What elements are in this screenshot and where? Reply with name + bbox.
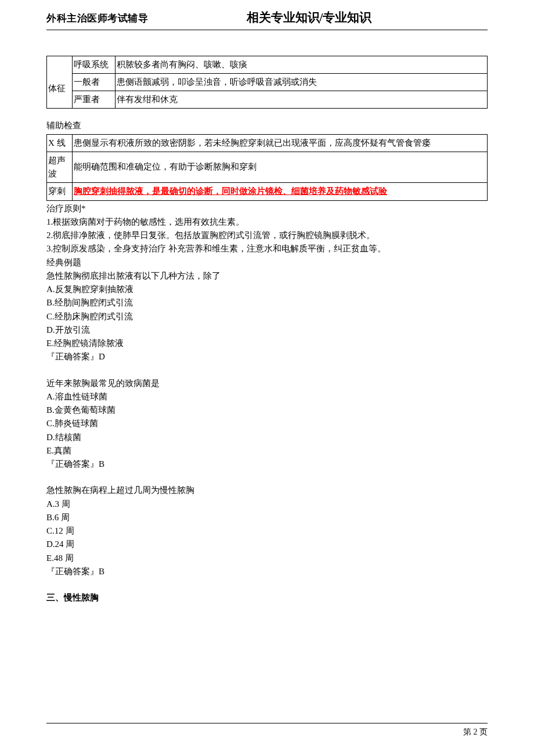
- question-option: E.真菌: [46, 444, 488, 458]
- question-answer: 『正确答案』B: [46, 565, 488, 578]
- table-row: 严重者 伴有发绀和休克: [47, 91, 488, 109]
- question-option: D.开放引流: [46, 323, 488, 337]
- page-header: 外科主治医师考试辅导 相关专业知识/专业知识: [46, 8, 488, 30]
- cell: 呼吸系统: [73, 56, 116, 73]
- table-row: 穿刺 胸腔穿刺抽得脓液，是最确切的诊断，同时做涂片镜检、细菌培养及药物敏感试验: [47, 183, 488, 200]
- question-option: B.6 周: [46, 511, 488, 524]
- question-option: D.结核菌: [46, 431, 488, 444]
- rowgroup-label: 体征: [47, 56, 73, 109]
- question-option: E.48 周: [46, 552, 488, 565]
- question-block: 急性脓胸彻底排出脓液有以下几种方法，除了 A.反复胸腔穿刺抽脓液 B.经肋间胸腔…: [46, 269, 488, 364]
- question-option: C.12 周: [46, 524, 488, 538]
- cell: 患侧语颤减弱，叩诊呈浊音，听诊呼吸音减弱或消失: [116, 73, 488, 91]
- cell: 超声波: [47, 152, 73, 183]
- question-stem: 近年来脓胸最常见的致病菌是: [46, 377, 488, 390]
- table-row: 一般者 患侧语颤减弱，叩诊呈浊音，听诊呼吸音减弱或消失: [47, 73, 488, 91]
- question-option: A.溶血性链球菌: [46, 390, 488, 404]
- cell: 能明确范围和准确定位，有助于诊断脓胸和穿刺: [73, 152, 488, 183]
- header-title: 相关专业知识/专业知识: [131, 8, 488, 27]
- classic-examples-heading: 经典例题: [46, 256, 488, 269]
- page-number: 第 2 页: [463, 726, 488, 739]
- table-row: 体征 呼吸系统 积脓较多者尚有胸闷、咳嗽、咳痰: [47, 56, 488, 73]
- cell: 积脓较多者尚有胸闷、咳嗽、咳痰: [116, 56, 488, 73]
- cell: 胸腔穿刺抽得脓液，是最确切的诊断，同时做涂片镜检、细菌培养及药物敏感试验: [73, 183, 488, 200]
- treatment-heading: 治疗原则*: [46, 202, 488, 215]
- question-block: 急性脓胸在病程上超过几周为慢性脓胸 A.3 周 B.6 周 C.12 周 D.2…: [46, 484, 488, 578]
- question-option: A.3 周: [46, 498, 488, 511]
- question-answer: 『正确答案』B: [46, 458, 488, 471]
- table-row: 超声波 能明确范围和准确定位，有助于诊断脓胸和穿刺: [47, 152, 488, 183]
- treatment-item: 2.彻底排净脓液，使肺早日复张。包括放置胸腔闭式引流管，或行胸腔镜胸膜剥脱术。: [46, 229, 488, 242]
- treatment-item: 3.控制原发感染，全身支持治疗 补充营养和维生素，注意水和电解质平衡，纠正贫血等…: [46, 242, 488, 255]
- question-option: C.肺炎链球菌: [46, 417, 488, 430]
- table-row: X 线 患侧显示有积液所致的致密阴影，若未经胸腔穿刺就已出现液平面，应高度怀疑有…: [47, 134, 488, 152]
- cell: 严重者: [73, 91, 116, 109]
- cell: 一般者: [73, 73, 116, 91]
- aux-exam-heading: 辅助检查: [46, 119, 488, 132]
- highlighted-text: 胸腔穿刺抽得脓液，是最确切的诊断，同时做涂片镜检、细菌培养及药物敏感试验: [74, 186, 387, 196]
- question-option: C.经肋床胸腔闭式引流: [46, 310, 488, 323]
- question-block: 近年来脓胸最常见的致病菌是 A.溶血性链球菌 B.金黄色葡萄球菌 C.肺炎链球菌…: [46, 377, 488, 471]
- question-stem: 急性脓胸彻底排出脓液有以下几种方法，除了: [46, 269, 488, 283]
- question-option: D.24 周: [46, 538, 488, 551]
- question-option: E.经胸腔镜清除脓液: [46, 337, 488, 350]
- question-option: B.金黄色葡萄球菌: [46, 404, 488, 417]
- question-stem: 急性脓胸在病程上超过几周为慢性脓胸: [46, 484, 488, 497]
- symptoms-table: 体征 呼吸系统 积脓较多者尚有胸闷、咳嗽、咳痰 一般者 患侧语颤减弱，叩诊呈浊音…: [46, 56, 488, 109]
- question-option: A.反复胸腔穿刺抽脓液: [46, 283, 488, 296]
- section-title: 三、慢性脓胸: [46, 591, 488, 604]
- cell: X 线: [47, 134, 73, 152]
- question-answer: 『正确答案』D: [46, 350, 488, 363]
- aux-exam-table: X 线 患侧显示有积液所致的致密阴影，若未经胸腔穿刺就已出现液平面，应高度怀疑有…: [46, 134, 488, 201]
- question-option: B.经肋间胸腔闭式引流: [46, 296, 488, 309]
- treatment-item: 1.根据致病菌对于药物的敏感性，选用有效抗生素。: [46, 215, 488, 229]
- cell: 穿刺: [47, 183, 73, 200]
- cell: 伴有发绀和休克: [116, 91, 488, 109]
- page-footer: 第 2 页: [46, 723, 488, 739]
- cell: 患侧显示有积液所致的致密阴影，若未经胸腔穿刺就已出现液平面，应高度怀疑有气管食管…: [73, 134, 488, 152]
